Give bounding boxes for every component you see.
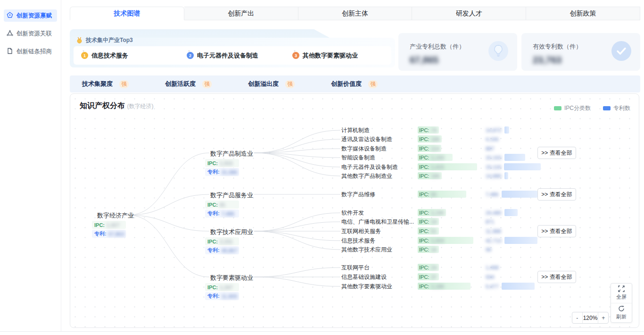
leaf-name[interactable]: 智能设备制造	[341, 153, 375, 162]
panel-title: 知识产权分布 (数字经济)	[80, 101, 153, 111]
patent-count-pill: 专利:57,863	[92, 230, 126, 238]
network-icon	[7, 30, 13, 38]
industry-name: 电子元器件及设备制造	[197, 51, 258, 60]
panel-title-text: 知识产权分布	[80, 101, 125, 109]
patent-value-bar: 4,166	[484, 135, 499, 142]
leaf-name[interactable]: 电信、广播电视和卫星传输...	[341, 218, 414, 226]
view-all-button[interactable]: >> 查看全部	[537, 271, 576, 283]
metric-badge[interactable]: 强	[202, 80, 212, 88]
leaf-name[interactable]: 通讯及雷达设备制造	[341, 135, 392, 143]
industry-name: 信息技术服务	[91, 51, 128, 60]
sidebar-item-label: 创新链条招商	[17, 48, 52, 56]
patent-value-bar: 42,713	[484, 237, 537, 244]
leaf-name[interactable]: 其他数字技术应用业	[341, 245, 392, 254]
leaf-name[interactable]: 互联网平台	[341, 263, 370, 272]
ipc-value-bar: IPC:114	[418, 145, 441, 152]
metric-badge[interactable]: 强	[285, 80, 295, 88]
zoom-control: - 120% +	[572, 312, 609, 324]
leaf-name[interactable]: 信息基础设施建设	[341, 273, 387, 281]
patent-value-bar: 24,480	[484, 209, 518, 216]
medal-icon	[76, 37, 83, 44]
leaf-name[interactable]: 数字产品维修	[341, 190, 375, 199]
patent-value-bar: 934	[484, 273, 494, 280]
leaf-name[interactable]: 数字媒体设备制造	[341, 144, 387, 153]
patent-value-bar: 19,118	[484, 163, 541, 170]
zoom-in-button[interactable]: +	[598, 312, 608, 323]
top3-industries-row: 1信息技术服务2电子元器件及设备制造3其他数字要素驱动业	[74, 46, 391, 65]
sidebar-item-label: 创新资源关联	[17, 30, 52, 38]
sidebar: 创新资源禀赋创新资源关联创新链条招商	[0, 0, 61, 331]
panel-subtitle-text: (数字经济)	[127, 103, 153, 109]
legend-label: 专利数	[613, 104, 630, 112]
view-all-button[interactable]: >> 查看全部	[537, 188, 576, 201]
metric-badge[interactable]: 强	[368, 80, 378, 88]
patent-count-pill: 专利:49,867	[205, 246, 239, 254]
metrics-band: 技术集聚度强创新活跃度强创新溢出度强创新价值度强	[70, 75, 640, 92]
ipc-value-bar: IPC:73	[418, 126, 439, 134]
sidebar-item-3[interactable]: 创新链条招商	[4, 45, 57, 58]
legend-label: IPC分类数	[564, 104, 591, 112]
root-node-label[interactable]: 数字经济产业	[97, 211, 134, 220]
ipc-value-bar: IPC:24	[418, 264, 439, 271]
ipc-value-bar: IPC:186	[418, 172, 442, 179]
ipc-value-bar: IPC:1,415	[418, 163, 477, 170]
branch-node-label[interactable]: 数字产品制造业	[210, 150, 253, 158]
sidebar-item-2[interactable]: 创新资源关联	[4, 27, 57, 40]
zoom-out-button[interactable]: -	[572, 312, 582, 323]
top3-title: 技术集中产业Top3	[76, 36, 133, 44]
refresh-label: 刷新	[616, 313, 627, 320]
tab-4[interactable]: 研发人才	[412, 7, 526, 20]
view-all-button[interactable]: >> 查看全部	[537, 147, 576, 159]
industry-name: 其他数字要素驱动业	[303, 51, 358, 60]
metric-label: 创新价值度	[331, 80, 362, 88]
ipc-count-pill: IPC:81	[205, 201, 239, 209]
patent-count-pill: 专利:7,486	[205, 209, 239, 218]
sidebar-item-1[interactable]: 创新资源禀赋	[4, 9, 57, 22]
tab-3[interactable]: 创新主体	[298, 7, 413, 20]
fullscreen-button[interactable]: 全屏	[611, 284, 632, 303]
leaf-name[interactable]: 互联网相关服务	[341, 227, 381, 235]
ipc-count-pill: IPC:1,915	[205, 159, 239, 167]
tab-2[interactable]: 创新产出	[184, 7, 298, 20]
legend-item-ipc[interactable]: IPC分类数	[554, 104, 591, 112]
leaf-name[interactable]: 软件开发	[341, 209, 364, 217]
metric-badge[interactable]: 强	[119, 80, 129, 88]
legend-item-patent[interactable]: 专利数	[603, 104, 630, 112]
rank-medal-icon: 2	[187, 52, 194, 59]
metric-label: 创新溢出度	[248, 80, 279, 88]
branch-node-label[interactable]: 数字产品服务业	[210, 191, 253, 200]
refresh-button[interactable]: 刷新	[611, 303, 632, 323]
leaf-name[interactable]: 信息技术服务	[341, 236, 375, 245]
legend-swatch-blue	[603, 106, 611, 110]
branch-node-label[interactable]: 数字技术应用业	[210, 228, 253, 236]
ipc-value-bar: IPC:1,003	[418, 237, 473, 244]
leaf-name[interactable]: 其他数字产品制造业	[341, 172, 392, 180]
patent-value-bar: 14,880	[484, 172, 508, 179]
ipc-value-bar: IPC:19	[418, 218, 439, 225]
leaf-name[interactable]: 计算机制造	[341, 126, 370, 134]
tab-1[interactable]: 技术图谱	[70, 7, 184, 20]
ipc-count-pill: IPC:2,231	[205, 237, 239, 245]
ipc-value-bar: IPC:1,190	[418, 209, 446, 216]
metric-4: 创新价值度强	[331, 80, 414, 88]
fullscreen-icon	[618, 285, 625, 292]
tab-5[interactable]: 创新政策	[526, 7, 640, 20]
metric-2: 创新活跃度强	[165, 80, 248, 88]
branch-node-label[interactable]: 数字要素驱动业	[210, 274, 253, 282]
ipc-value-bar: IPC:1,193	[418, 154, 453, 161]
page-bottom-divider	[0, 331, 644, 332]
legend-swatch-green	[554, 106, 561, 110]
metric-label: 创新活跃度	[165, 80, 196, 88]
top3-industry-2: 2电子元器件及设备制造	[179, 51, 285, 60]
top3-industry-3: 3其他数字要素驱动业	[285, 51, 390, 60]
stat-card-1: 产业专利总数（件）67,865	[398, 33, 517, 71]
panel-tools: 全屏 刷新	[611, 283, 632, 323]
ipc-count-pill: IPC:1,927	[92, 221, 126, 229]
metric-1: 技术集聚度强	[82, 80, 165, 88]
leaf-name[interactable]: 其他数字要素驱动业	[341, 282, 392, 291]
patent-value-bar: 9,477	[484, 283, 535, 290]
patent-value-bar: 11,988	[484, 227, 501, 234]
view-all-button[interactable]: >> 查看全部	[537, 225, 576, 237]
leaf-name[interactable]: 电子元器件及设备制造	[341, 163, 398, 171]
patent-value-bar: 7,486	[484, 191, 537, 198]
